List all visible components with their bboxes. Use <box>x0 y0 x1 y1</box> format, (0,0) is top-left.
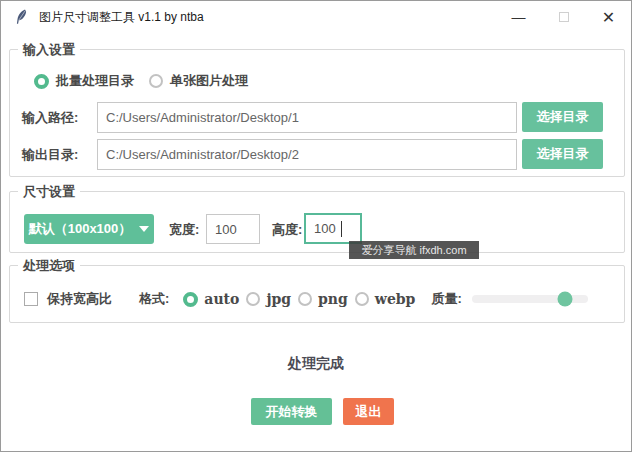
app-window: 图片尺寸调整工具 v1.1 by ntba — ✕ 输入设置 批量处理目录 单张… <box>0 0 632 452</box>
choose-input-dir-button[interactable]: 选择目录 <box>522 102 603 132</box>
preset-size-value: 默认（100x100） <box>29 220 132 238</box>
options-row: 保持宽高比 格式: auto jpg png webp 质量: <box>24 290 588 308</box>
height-input[interactable] <box>304 213 362 244</box>
watermark-badge: 爱分享导航 ifxdh.com <box>349 241 479 259</box>
window-title: 图片尺寸调整工具 v1.1 by ntba <box>39 1 204 33</box>
output-dir-label: 输出目录: <box>22 146 78 164</box>
width-label: 宽度: <box>169 221 199 239</box>
maximize-button[interactable] <box>541 1 586 33</box>
radio-format-webp-label[interactable]: webp <box>375 291 416 307</box>
radio-batch-mode[interactable] <box>34 74 49 89</box>
close-button[interactable]: ✕ <box>586 1 631 33</box>
quality-label: 质量: <box>431 290 461 308</box>
radio-format-png[interactable] <box>298 292 312 306</box>
quality-slider[interactable] <box>472 295 588 303</box>
input-path-label: 输入路径: <box>22 109 78 127</box>
height-label: 高度: <box>272 221 302 239</box>
radio-format-auto-label[interactable]: auto <box>204 291 239 307</box>
radio-batch-mode-label[interactable]: 批量处理目录 <box>56 72 134 90</box>
quality-slider-thumb[interactable] <box>557 292 572 307</box>
radio-format-jpg[interactable] <box>246 292 260 306</box>
radio-single-mode[interactable] <box>149 74 163 88</box>
radio-format-png-label[interactable]: png <box>318 291 348 307</box>
minimize-button[interactable]: — <box>496 1 541 33</box>
processing-options-group: 处理选项 保持宽高比 格式: auto jpg png webp 质量: <box>9 265 625 323</box>
start-convert-button[interactable]: 开始转换 <box>251 398 332 425</box>
radio-single-mode-label[interactable]: 单张图片处理 <box>170 72 248 90</box>
input-path-field[interactable] <box>97 102 517 133</box>
text-cursor <box>341 221 342 237</box>
preset-size-dropdown[interactable]: 默认（100x100） <box>24 214 154 244</box>
output-dir-field[interactable] <box>97 139 517 170</box>
app-feather-icon <box>13 8 31 26</box>
titlebar: 图片尺寸调整工具 v1.1 by ntba — ✕ <box>1 1 631 33</box>
exit-button[interactable]: 退出 <box>343 398 394 425</box>
radio-format-webp[interactable] <box>355 292 369 306</box>
radio-format-jpg-label[interactable]: jpg <box>266 291 291 307</box>
size-settings-group: 尺寸设置 默认（100x100） 宽度: 高度: <box>9 191 625 253</box>
status-text: 处理完成 <box>1 355 631 373</box>
width-input[interactable] <box>206 214 260 244</box>
input-settings-group: 输入设置 批量处理目录 单张图片处理 输入路径: 选择目录 输出目录: 选择目录 <box>9 49 625 177</box>
choose-output-dir-button[interactable]: 选择目录 <box>522 139 603 169</box>
radio-format-auto[interactable] <box>183 292 198 307</box>
format-label: 格式: <box>139 290 169 308</box>
size-settings-legend: 尺寸设置 <box>18 183 80 201</box>
keep-aspect-checkbox[interactable] <box>24 292 38 306</box>
chevron-down-icon <box>139 226 149 232</box>
keep-aspect-label[interactable]: 保持宽高比 <box>47 290 112 308</box>
processing-options-legend: 处理选项 <box>18 257 80 275</box>
mode-radio-row: 批量处理目录 单张图片处理 <box>34 72 256 90</box>
maximize-icon <box>559 12 569 22</box>
input-settings-legend: 输入设置 <box>18 41 80 59</box>
